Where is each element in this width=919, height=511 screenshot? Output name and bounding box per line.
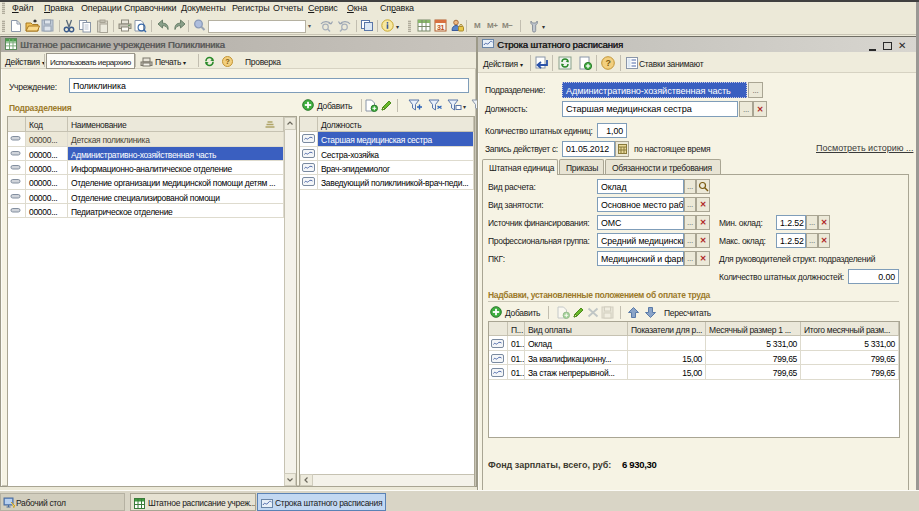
svg-text:?: ? [225, 57, 230, 66]
svg-text:31: 31 [437, 24, 445, 31]
svg-text:?: ? [605, 58, 610, 68]
